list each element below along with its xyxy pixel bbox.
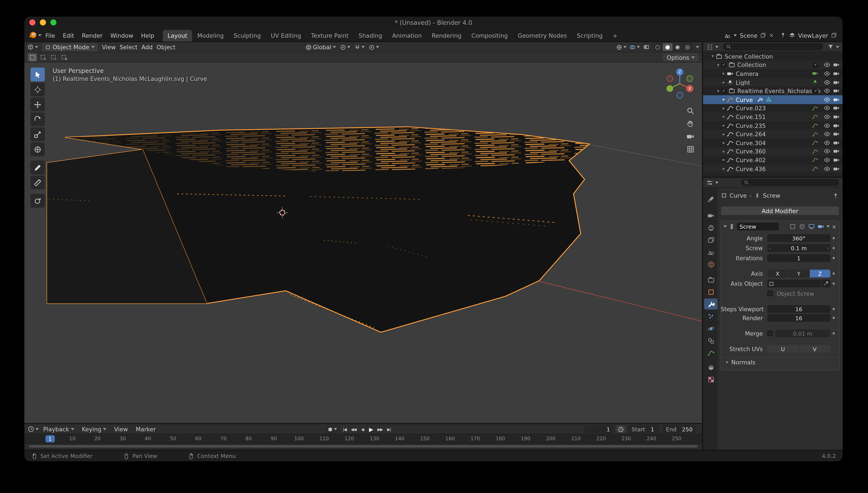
properties-search-input[interactable] <box>741 179 839 186</box>
tool-measure[interactable] <box>30 175 45 189</box>
disable-render-icon[interactable] <box>833 105 840 111</box>
angle-field[interactable]: 360° <box>767 234 830 242</box>
disable-render-icon[interactable] <box>833 88 840 94</box>
outliner-row-camera[interactable]: ▸ Camera <box>703 69 843 78</box>
collection-checkbox[interactable]: ✓ <box>721 88 727 93</box>
hide-eye-icon[interactable] <box>824 165 830 172</box>
tab-collection[interactable] <box>704 274 717 285</box>
new-scene-icon[interactable] <box>760 32 766 38</box>
filter-icon[interactable] <box>827 44 833 50</box>
pin-icon[interactable] <box>832 192 839 198</box>
modifier-name-input[interactable]: Screw <box>737 222 779 230</box>
next-keyframe-button[interactable]: ▶▶ <box>376 425 384 433</box>
breadcrumb-modifier[interactable]: Screw <box>763 192 780 199</box>
tab-texture[interactable] <box>704 374 717 385</box>
disable-render-icon[interactable] <box>833 62 840 68</box>
shading-material-button[interactable]: ◉ <box>672 43 683 51</box>
disable-render-icon[interactable] <box>833 140 840 146</box>
overlays-dropdown[interactable] <box>629 44 640 50</box>
disable-render-icon[interactable] <box>833 157 840 163</box>
disclosure-icon[interactable]: ▸ <box>721 106 727 111</box>
disable-render-icon[interactable] <box>833 79 840 85</box>
end-frame-field[interactable]: End250 <box>662 425 696 433</box>
shading-rendered-button[interactable]: ◎ <box>683 43 693 51</box>
tab-geometry-nodes[interactable]: Geometry Nodes <box>513 30 572 41</box>
select-mode-new-button[interactable] <box>28 53 37 62</box>
modifier-extras-caret-icon[interactable] <box>826 226 829 228</box>
outliner-row-curve-151[interactable]: ▸ Curve.151 <box>703 112 843 121</box>
tab-shading[interactable]: Shading <box>354 30 387 41</box>
hide-eye-icon[interactable] <box>824 122 830 129</box>
axis-object-field[interactable] <box>767 280 821 287</box>
exclude-checkbox[interactable]: ✓ <box>813 88 818 93</box>
outliner-row-curve-304[interactable]: ▸ Curve.304 <box>703 138 843 147</box>
remove-modifier-button[interactable]: × <box>832 223 837 230</box>
chevron-down-icon[interactable] <box>36 428 39 430</box>
outliner-row-curve-264[interactable]: ▸ Curve.264 <box>703 130 843 138</box>
tab-animation[interactable]: Animation <box>387 30 427 41</box>
options-dropdown[interactable]: Options <box>663 53 699 62</box>
disclosure-icon[interactable]: ▸ <box>721 157 727 163</box>
outliner-row-curve-436[interactable]: ▸ Curve.436 <box>703 164 843 173</box>
tab-layout[interactable]: Layout <box>162 30 192 41</box>
scene-dropdown-caret-icon[interactable] <box>734 34 737 36</box>
render-steps-field[interactable]: 16 <box>767 314 830 322</box>
disclosure-icon[interactable]: ▸ <box>721 140 727 145</box>
tab-compositing[interactable]: Compositing <box>466 30 513 41</box>
gizmo-minus-y[interactable] <box>687 76 693 82</box>
tab-render[interactable] <box>704 210 717 221</box>
menu-window[interactable]: Window <box>107 32 137 38</box>
disable-render-icon[interactable] <box>833 148 840 154</box>
tab-constraints[interactable] <box>704 335 717 346</box>
menu-view[interactable]: View <box>102 44 116 50</box>
show-gizmo-dropdown[interactable] <box>616 44 627 50</box>
disclosure-icon[interactable]: ▸ <box>721 149 727 154</box>
tab-physics[interactable] <box>704 323 717 334</box>
disclosure-icon[interactable]: ▸ <box>721 166 727 171</box>
shading-dropdown-caret-icon[interactable] <box>696 46 699 48</box>
tab-particles[interactable] <box>704 310 717 322</box>
tab-scene[interactable] <box>704 246 717 258</box>
axis-y-button[interactable]: Y <box>788 270 809 277</box>
menu-edit[interactable]: Edit <box>59 32 78 38</box>
hide-eye-icon[interactable] <box>824 70 830 77</box>
show-in-render-toggle[interactable] <box>817 222 825 230</box>
object-screw-checkbox[interactable] <box>767 291 773 296</box>
hide-eye-icon[interactable] <box>824 97 830 103</box>
new-view-layer-icon[interactable] <box>831 32 837 38</box>
outliner-row-collection[interactable]: ▾ ✓ Collection ✓ <box>703 61 843 69</box>
merge-checkbox[interactable] <box>767 330 773 336</box>
tool-scale[interactable] <box>30 127 45 141</box>
view-layer-name[interactable]: ViewLayer <box>798 32 828 38</box>
disclosure-icon[interactable]: ▾ <box>710 54 716 59</box>
stretch-v-button[interactable]: V <box>799 345 830 353</box>
maximize-window-button[interactable] <box>50 19 57 25</box>
tab-modifiers[interactable] <box>704 298 717 309</box>
unlink-scene-icon[interactable]: × <box>769 32 774 38</box>
normals-subpanel-header[interactable]: ▸ Normals <box>721 357 839 366</box>
tab-sculpting[interactable]: Sculpting <box>229 30 266 41</box>
blender-logo-icon[interactable] <box>29 31 37 39</box>
eyedropper-button[interactable] <box>822 280 830 287</box>
tool-cursor[interactable] <box>30 83 45 97</box>
editor-type-selector[interactable] <box>27 44 38 50</box>
outliner-row-curve-023[interactable]: ▸ Curve.023 <box>703 104 843 113</box>
tab-scripting[interactable]: Scripting <box>572 30 607 41</box>
tab-uv-editing[interactable]: UV Editing <box>266 30 306 41</box>
use-preview-range-button[interactable] <box>616 425 625 433</box>
merge-distance-field[interactable]: 0.01 m <box>775 329 830 337</box>
add-workspace-button[interactable]: + <box>608 30 622 41</box>
outliner-row-curve-360[interactable]: ▸ Curve.360 <box>703 147 843 156</box>
animate-dot[interactable] <box>832 282 834 285</box>
breadcrumb-object[interactable]: Curve <box>730 192 747 199</box>
outliner-row-curve-235[interactable]: ▸ Curve.235 <box>703 121 843 130</box>
minimize-window-button[interactable] <box>40 19 46 25</box>
gizmo-minus-x[interactable] <box>667 76 673 82</box>
xray-toggle[interactable] <box>643 44 649 50</box>
screw-field[interactable]: ‹0.1 m› <box>767 244 830 252</box>
disable-render-icon[interactable] <box>833 113 840 120</box>
menu-keying[interactable]: Keying <box>79 426 110 432</box>
menu-marker[interactable]: Marker <box>132 426 159 432</box>
tab-object-data[interactable] <box>704 347 717 358</box>
chevron-down-icon[interactable] <box>836 46 839 48</box>
